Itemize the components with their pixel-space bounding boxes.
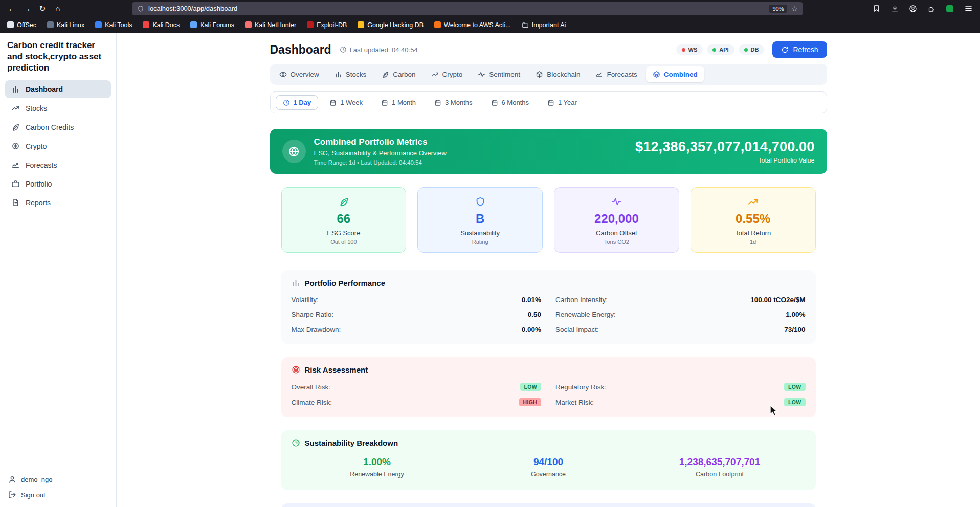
risk-badge: HIGH [519, 398, 541, 406]
risk-badge: LOW [784, 398, 805, 406]
account-icon[interactable] [905, 2, 921, 15]
range-1-week[interactable]: 1 Week [322, 95, 370, 110]
metric-card-sustainability: B Sustainability Rating [417, 187, 543, 253]
url-bar[interactable]: localhost:3000/app/dashboard 90% ☆ [132, 2, 803, 15]
tab-crypto[interactable]: Crypto [425, 66, 470, 82]
sidebar-nav: Dashboard Stocks Carbon Credits Crypto F… [0, 80, 116, 212]
calendar-icon [381, 99, 388, 106]
bookmark-item[interactable]: Exploit-DB [307, 21, 347, 29]
save-to-pocket-icon[interactable] [868, 2, 884, 15]
total-portfolio-value: $12,386,357,077,014,700.00 [635, 139, 815, 155]
bookmark-folder[interactable]: Important Ai [522, 21, 566, 29]
bookmark-star-icon[interactable]: ☆ [791, 5, 798, 13]
status-badge-db: DB [739, 44, 765, 55]
risk-badge: LOW [520, 383, 541, 391]
zoom-level-indicator[interactable]: 90% [769, 5, 787, 13]
metric-row: Carbon Intensity:100.00 tCO2e/$M [555, 292, 806, 307]
range-1-month[interactable]: 1 Month [374, 95, 423, 110]
sidebar-item-crypto[interactable]: Crypto [5, 137, 111, 155]
shield-icon[interactable] [137, 5, 144, 12]
menu-hamburger-icon[interactable] [961, 2, 976, 15]
shield-icon [475, 196, 486, 208]
forecast-chart-icon [11, 160, 20, 169]
sustainability-stat: 1,238,635,707,701 Carbon Footprint [634, 456, 806, 478]
status-dot [712, 48, 716, 52]
sustainability-stat: 1.00% Renewable Energy [292, 456, 463, 478]
reload-button[interactable]: ↻ [35, 2, 50, 15]
bookmark-item[interactable]: Kali Docs [143, 21, 180, 29]
back-button[interactable]: ← [4, 2, 19, 15]
forward-button[interactable]: → [19, 2, 35, 15]
bar-chart-icon [292, 279, 300, 287]
bookmark-item[interactable]: Google Hacking DB [358, 21, 424, 29]
sidebar-item-carbon-credits[interactable]: Carbon Credits [5, 118, 111, 136]
range-1-day[interactable]: 1 Day [276, 95, 319, 110]
page-header: Dashboard Last updated: 04:40:54 WS API [270, 33, 827, 64]
favicon [190, 21, 197, 28]
favicon [307, 21, 314, 28]
sidebar-item-forecasts[interactable]: Forecasts [5, 156, 111, 174]
folder-icon [522, 21, 529, 29]
bookmark-item[interactable]: Kali Tools [95, 21, 132, 29]
downloads-icon[interactable] [887, 2, 902, 15]
refresh-button[interactable]: Refresh [772, 41, 827, 58]
bookmark-item[interactable]: OffSec [7, 21, 36, 29]
metric-row: Volatility:0.01% [292, 292, 542, 307]
clock-icon [283, 99, 290, 106]
activity-icon [611, 196, 622, 208]
bookmark-item[interactable]: Welcome to AWS Acti... [434, 21, 511, 29]
main-content: Dashboard Last updated: 04:40:54 WS API [117, 33, 980, 507]
sidebar-footer: demo_ngo Sign out [0, 468, 116, 507]
risk-assessment-section: Risk Assessment Overall Risk:LOW Regulat… [281, 357, 816, 417]
globe-icon [282, 140, 306, 163]
extension-icon-green[interactable] [942, 2, 957, 15]
bookmark-item[interactable]: Kali NetHunter [245, 21, 296, 29]
calendar-icon [329, 99, 337, 106]
sidebar-item-stocks[interactable]: Stocks [5, 99, 111, 117]
banner-title: Combined Portfolio Metrics [314, 137, 447, 147]
bookmark-item[interactable]: Kali Linux [47, 21, 84, 29]
sidebar-item-reports[interactable]: Reports [5, 194, 111, 212]
dashboard-tabs: Overview Stocks Carbon Crypto Sentiment [270, 64, 827, 85]
risk-row: Regulatory Risk:LOW [555, 379, 806, 395]
risk-badge: LOW [784, 383, 805, 391]
user-info: demo_ngo [8, 475, 108, 483]
tab-sentiment[interactable]: Sentiment [471, 66, 527, 82]
metric-row: Renewable Energy:1.00% [555, 307, 806, 322]
layers-icon [653, 71, 660, 78]
bookmark-item[interactable]: Kali Forums [190, 21, 234, 29]
range-3-months[interactable]: 3 Months [427, 95, 479, 110]
sign-out-button[interactable]: Sign out [8, 491, 108, 499]
tab-overview[interactable]: Overview [273, 66, 326, 82]
tab-combined[interactable]: Combined [646, 66, 704, 82]
portfolio-performance-section: Portfolio Performance Volatility:0.01% C… [281, 270, 816, 344]
logout-icon [8, 491, 16, 499]
app-title: Carbon credit tracker and stock,crypto a… [0, 33, 116, 80]
calendar-icon [434, 99, 441, 106]
sidebar-item-portfolio[interactable]: Portfolio [5, 175, 111, 193]
risk-row: Market Risk:LOW [555, 395, 806, 410]
extensions-icon[interactable] [924, 2, 939, 15]
favicon [434, 21, 441, 28]
tab-carbon[interactable]: Carbon [375, 66, 422, 82]
username: demo_ngo [21, 476, 52, 483]
range-1-year[interactable]: 1 Year [540, 95, 584, 110]
metric-cards: 66 ESG Score Out of 100 B Sustainability… [281, 187, 816, 253]
trending-up-icon [11, 104, 20, 112]
trending-up-icon [747, 196, 759, 208]
browser-chrome: ← → ↻ ⌂ localhost:3000/app/dashboard 90%… [0, 0, 980, 33]
range-6-months[interactable]: 6 Months [484, 95, 536, 110]
tab-forecasts[interactable]: Forecasts [589, 66, 643, 82]
favicon [245, 21, 252, 28]
favicon [47, 21, 54, 28]
tab-blockchain[interactable]: Blockchain [529, 66, 587, 82]
briefcase-icon [11, 179, 20, 188]
sidebar-item-dashboard[interactable]: Dashboard [5, 80, 111, 98]
activity-icon [478, 71, 485, 78]
page-title: Dashboard [270, 43, 331, 57]
line-chart-icon [595, 71, 603, 78]
home-button[interactable]: ⌂ [50, 2, 65, 15]
tab-stocks[interactable]: Stocks [328, 66, 373, 82]
metric-row: Social Impact:73/100 [555, 322, 806, 337]
leaf-icon [338, 196, 349, 208]
